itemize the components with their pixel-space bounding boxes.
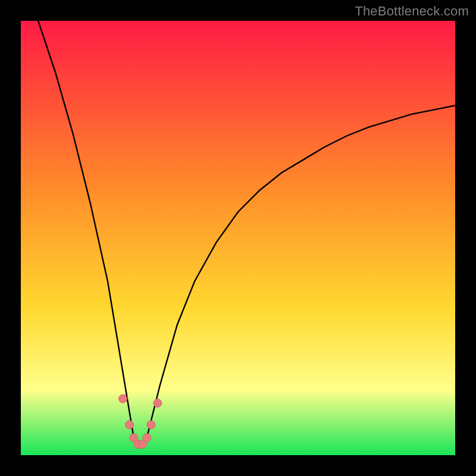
chart-frame: TheBottleneck.com	[0, 0, 476, 476]
curve-marker	[154, 399, 162, 407]
plot-svg	[21, 21, 455, 455]
plot-area	[21, 21, 455, 455]
curve-marker	[119, 394, 127, 403]
gradient-background	[21, 21, 455, 455]
curve-marker	[143, 434, 151, 442]
curve-marker	[126, 421, 134, 429]
curve-marker	[147, 421, 155, 429]
watermark-text: TheBottleneck.com	[355, 4, 469, 19]
